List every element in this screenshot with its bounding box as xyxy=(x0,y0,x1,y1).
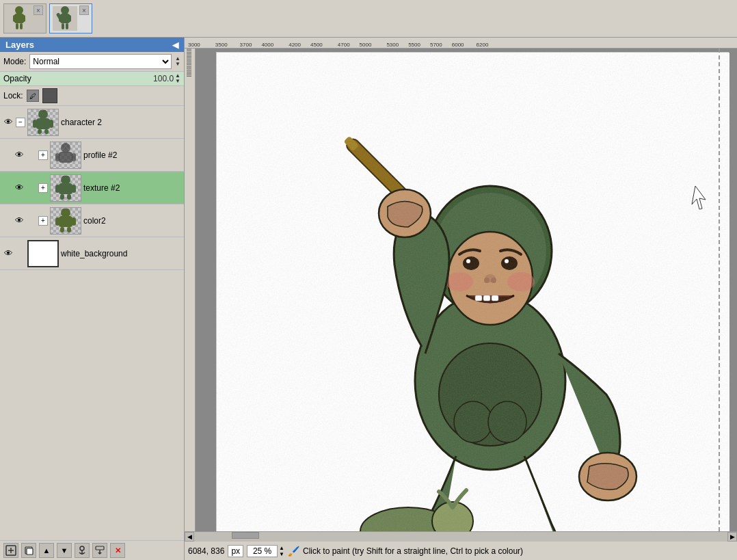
svg-rect-12 xyxy=(66,23,68,29)
canvas-viewport[interactable]: |||||||||||||||||||| xyxy=(185,49,737,531)
svg-rect-16 xyxy=(49,120,53,128)
merge-layer-button[interactable] xyxy=(92,543,107,558)
layers-panel-close[interactable]: ◀ xyxy=(172,40,178,50)
svg-rect-5 xyxy=(20,23,23,29)
svg-rect-15 xyxy=(33,120,37,128)
unit-selector[interactable]: px xyxy=(228,545,243,557)
svg-rect-10 xyxy=(68,15,71,22)
layer-thumb-svg xyxy=(29,110,57,135)
tabs-bar: × × xyxy=(0,0,737,38)
svg-rect-21 xyxy=(59,152,72,163)
tab2-close[interactable]: × xyxy=(79,5,89,15)
svg-rect-33 xyxy=(72,217,76,226)
zoom-arrows[interactable]: ▲ ▼ xyxy=(279,545,284,557)
layer-thumbnail xyxy=(50,142,81,169)
svg-rect-27 xyxy=(72,185,76,193)
layer-visibility-toggle[interactable]: 👁 xyxy=(3,248,14,259)
canvas-content[interactable] xyxy=(196,49,737,531)
layer-thumbnail xyxy=(27,240,59,267)
svg-rect-35 xyxy=(67,227,71,232)
svg-rect-9 xyxy=(59,15,62,22)
svg-rect-18 xyxy=(44,129,49,134)
lock-paint-icon[interactable]: 🖊 xyxy=(27,90,39,102)
layer-visibility-toggle[interactable]: 👁 xyxy=(14,215,25,226)
paintbrush-icon: 🖌️ xyxy=(288,546,299,557)
svg-rect-43 xyxy=(96,546,104,550)
svg-rect-25 xyxy=(59,183,72,194)
layer-expand[interactable]: + xyxy=(38,150,48,160)
canvas-area: 3000 3500 3700 4000 4200 4500 4700 5000 … xyxy=(185,38,737,560)
delete-layer-button[interactable]: ✕ xyxy=(110,543,125,558)
layer-item[interactable]: 👁 + color xyxy=(0,204,184,237)
scrollbar-thumb[interactable] xyxy=(232,532,259,539)
layer-visibility-toggle[interactable]: 👁 xyxy=(14,150,25,161)
cursor-coordinates: 6084, 836 xyxy=(188,546,224,556)
mode-arrows[interactable]: ▲ ▼ xyxy=(175,56,180,67)
mode-select[interactable]: Normal Multiply Screen Overlay xyxy=(29,54,172,69)
lock-alpha-icon[interactable] xyxy=(42,88,57,103)
svg-rect-34 xyxy=(60,227,64,232)
status-bar: 6084, 836 px 25 % ▲ ▼ 🖌️ Click to paint … xyxy=(185,541,737,560)
vertical-ruler: |||||||||||||||||||| xyxy=(185,49,196,531)
svg-point-0 xyxy=(15,6,23,14)
new-layer-button[interactable] xyxy=(3,543,18,558)
layer-thumb-svg xyxy=(52,209,79,233)
layers-toolbar: ▲ ▼ ✕ xyxy=(0,540,184,560)
layer-item[interactable]: 👁 + profile #2 xyxy=(0,139,184,172)
lock-label: Lock: xyxy=(3,91,23,101)
ruler-marks: 3000 3500 3700 4000 4200 4500 4700 5000 … xyxy=(185,38,488,48)
svg-rect-32 xyxy=(55,217,59,226)
tab-character1[interactable]: × xyxy=(3,3,46,34)
layer-name: character 2 xyxy=(61,118,181,127)
layer-expand[interactable]: + xyxy=(38,216,48,226)
svg-rect-14 xyxy=(36,118,50,129)
layer-thumb-svg xyxy=(52,143,79,168)
layer-name: color2 xyxy=(83,216,181,226)
mode-row: Mode: Normal Multiply Screen Overlay ▲ ▼ xyxy=(0,52,184,72)
layer-thumbnail xyxy=(50,207,81,235)
layers-title-bar: Layers ◀ xyxy=(0,38,184,52)
status-message: Click to paint (try Shift for a straight… xyxy=(303,546,734,556)
anchor-layer-button[interactable] xyxy=(75,543,90,558)
scroll-left-arrow[interactable]: ◀ xyxy=(185,532,194,542)
svg-point-6 xyxy=(61,6,69,14)
svg-rect-29 xyxy=(67,194,71,200)
layer-thumb-svg xyxy=(52,176,79,200)
opacity-arrows[interactable]: ▲ ▼ xyxy=(175,73,180,84)
svg-rect-23 xyxy=(72,153,76,161)
main-area: Layers ◀ Mode: Normal Multiply Screen Ov… xyxy=(0,38,737,560)
canvas-dashed-line xyxy=(719,49,720,531)
zoom-control: 25 % ▲ ▼ xyxy=(247,545,284,557)
opacity-value: 100.0 xyxy=(153,74,174,83)
svg-rect-17 xyxy=(38,129,42,134)
lock-row: Lock: 🖊 xyxy=(0,86,184,106)
zoom-value[interactable]: 25 % xyxy=(247,545,278,557)
svg-rect-75 xyxy=(217,53,729,531)
layer-expand[interactable]: + xyxy=(38,183,48,193)
horizontal-scrollbar: ◀ ▶ xyxy=(185,531,737,541)
zoom-up-arrow[interactable]: ▲ xyxy=(279,545,284,551)
layer-item[interactable]: 👁 + white_background xyxy=(0,237,184,270)
svg-marker-45 xyxy=(98,552,102,555)
layer-visibility-toggle[interactable]: 👁 xyxy=(14,183,25,194)
move-layer-up-button[interactable]: ▲ xyxy=(39,543,54,558)
move-layer-down-button[interactable]: ▼ xyxy=(57,543,72,558)
scroll-right-arrow[interactable]: ▶ xyxy=(727,532,737,542)
layer-list: 👁 − xyxy=(0,106,184,540)
layer-visibility-toggle[interactable]: 👁 xyxy=(3,117,14,128)
layer-thumbnail xyxy=(27,109,59,136)
layer-expand[interactable]: − xyxy=(16,118,25,127)
tab2-thumbnail xyxy=(55,6,75,31)
svg-rect-1 xyxy=(14,14,24,23)
tab1-close[interactable]: × xyxy=(34,5,43,15)
svg-point-20 xyxy=(61,143,70,152)
layer-item[interactable]: 👁 + textu xyxy=(0,172,184,204)
duplicate-layer-button[interactable] xyxy=(21,543,36,558)
layer-item[interactable]: 👁 − xyxy=(0,106,184,139)
opacity-row: Opacity 100.0 ▲ ▼ xyxy=(0,72,184,86)
tab-character2[interactable]: × xyxy=(49,3,92,34)
layer-name: white_background xyxy=(61,249,181,258)
zoom-down-arrow[interactable]: ▼ xyxy=(279,551,284,557)
canvas-white xyxy=(216,52,729,531)
svg-rect-31 xyxy=(59,216,72,227)
